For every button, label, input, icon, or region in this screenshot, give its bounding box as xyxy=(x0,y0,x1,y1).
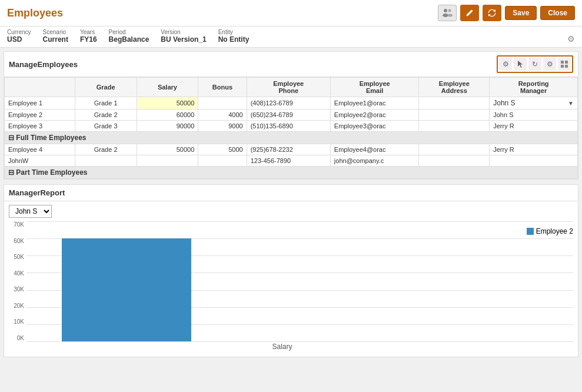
settings-icon[interactable]: ⚙ xyxy=(567,34,575,44)
emp-grade: Grade 2 xyxy=(75,109,137,121)
svg-rect-4 xyxy=(561,61,564,64)
toolbar-grid-button[interactable] xyxy=(558,58,571,71)
chart-container: 70K 60K 50K 40K 30K 20K 10K 0K xyxy=(4,221,578,357)
edit-icon-button[interactable] xyxy=(460,5,479,21)
svg-point-1 xyxy=(443,14,448,17)
users-icon-button[interactable] xyxy=(438,5,457,21)
col-email: EmployeeEmail xyxy=(330,78,419,97)
users-icon xyxy=(442,8,453,18)
emp-address xyxy=(419,155,490,167)
col-name xyxy=(5,78,75,97)
manager-dropdown[interactable]: John S Jerry R xyxy=(9,205,52,218)
emp-grade: Grade 2 xyxy=(75,144,137,155)
x-axis-label: Salary xyxy=(26,343,538,351)
grid-icon xyxy=(561,61,568,68)
app-header: Employees Save Close xyxy=(0,0,582,26)
emp-salary[interactable]: 50000 xyxy=(137,97,198,109)
col-grade: Grade xyxy=(75,78,137,97)
group-label: ⊟ Part Time Employees xyxy=(5,167,578,179)
group-label: ⊟ Full Time Employees xyxy=(5,132,578,144)
legend-color-box xyxy=(527,228,534,235)
emp-manager xyxy=(490,155,578,167)
metadata-bar: Currency USD Scenario Current Years FY16… xyxy=(0,26,582,48)
currency-meta: Currency USD xyxy=(7,29,31,44)
svg-rect-7 xyxy=(565,65,568,68)
emp-phone: (925)678-2232 xyxy=(247,144,330,155)
emp-manager: Jerry R xyxy=(490,121,578,132)
emp-salary[interactable]: 50000 xyxy=(137,144,198,155)
refresh-icon-button[interactable] xyxy=(483,5,501,21)
col-bonus: Bonus xyxy=(198,78,247,97)
emp-email: john@company.c xyxy=(330,155,419,167)
dropdown-arrow-icon: ▼ xyxy=(568,100,574,107)
toolbar-cursor-button[interactable] xyxy=(514,58,527,71)
section-toolbar: ⚙ ↻ ⚙ xyxy=(497,55,573,73)
svg-rect-5 xyxy=(565,61,568,64)
svg-rect-6 xyxy=(561,65,564,68)
col-phone: EmployeePhone xyxy=(247,78,330,97)
emp-salary[interactable]: 60000 xyxy=(137,109,198,121)
group-header-row: ⊟ Part Time Employees xyxy=(5,167,578,179)
table-row: Employee 2 Grade 2 60000 4000 (650)234-6… xyxy=(5,109,578,121)
emp-phone: (408)123-6789 xyxy=(247,97,330,109)
chart-bar-employee2-salary xyxy=(62,238,191,341)
version-meta: Version BU Version_1 xyxy=(161,29,206,44)
emp-bonus[interactable] xyxy=(198,155,247,167)
emp-address xyxy=(419,144,490,155)
col-manager: ReportingManager xyxy=(490,78,578,97)
cursor-icon xyxy=(517,60,524,68)
emp-manager: Jerry R xyxy=(490,144,578,155)
emp-phone: (650)234-6789 xyxy=(247,109,330,121)
emp-address xyxy=(419,121,490,132)
entity-meta: Entity No Entity xyxy=(218,29,250,44)
chart-legend: Employee 2 xyxy=(527,227,573,235)
section-title: ManageEmployees xyxy=(9,60,78,69)
toolbar-settings-button[interactable]: ⚙ xyxy=(499,58,512,71)
table-row: JohnW 123-456-7890 john@company.c xyxy=(5,155,578,167)
scenario-meta: Scenario Current xyxy=(43,29,68,44)
emp-bonus[interactable]: 9000 xyxy=(198,121,247,132)
employees-table: Grade Salary Bonus EmployeePhone Employe… xyxy=(4,77,578,179)
emp-email: Employee4@orac xyxy=(330,144,419,155)
close-button[interactable]: Close xyxy=(540,6,575,20)
emp-name: Employee 4 xyxy=(5,144,75,155)
emp-bonus[interactable] xyxy=(198,97,247,109)
chart-plot-area: Salary Employee 2 xyxy=(26,221,573,352)
manager-report-section: ManagerReport John S Jerry R 70K 60K 50K… xyxy=(4,184,578,357)
edit-icon xyxy=(465,9,474,17)
emp-name: Employee 3 xyxy=(5,121,75,132)
emp-bonus[interactable]: 5000 xyxy=(198,144,247,155)
emp-phone: (510)135-6890 xyxy=(247,121,330,132)
emp-bonus[interactable]: 4000 xyxy=(198,109,247,121)
emp-name: JohnW xyxy=(5,155,75,167)
table-row: Employee 1 Grade 1 50000 (408)123-6789 E… xyxy=(5,97,578,109)
emp-grade xyxy=(75,155,137,167)
emp-grade: Grade 1 xyxy=(75,97,137,109)
emp-email: Employee2@orac xyxy=(330,109,419,121)
manager-controls: John S Jerry R xyxy=(4,201,578,221)
emp-email: Employee3@orac xyxy=(330,121,419,132)
toolbar-gear2-button[interactable]: ⚙ xyxy=(543,58,556,71)
manager-report-title: ManagerReport xyxy=(9,188,65,197)
emp-email: Employee1@orac xyxy=(330,97,419,109)
y-axis: 70K 60K 50K 40K 30K 20K 10K 0K xyxy=(9,221,26,352)
emp-manager[interactable]: John S ▼ xyxy=(490,97,578,109)
refresh-icon xyxy=(488,9,496,17)
emp-salary[interactable]: 90000 xyxy=(137,121,198,132)
emp-name: Employee 1 xyxy=(5,97,75,109)
save-button[interactable]: Save xyxy=(505,6,537,20)
page-title: Employees xyxy=(7,7,63,19)
header-actions: Save Close xyxy=(438,5,575,21)
emp-address xyxy=(419,109,490,121)
emp-salary[interactable] xyxy=(137,155,198,167)
table-header-row: Grade Salary Bonus EmployeePhone Employe… xyxy=(5,78,578,97)
svg-point-0 xyxy=(444,9,447,12)
chart-bars-area xyxy=(26,221,538,341)
manager-report-header: ManagerReport xyxy=(4,185,578,201)
manage-employees-section: ManageEmployees ⚙ ↻ ⚙ xyxy=(4,51,578,180)
years-meta: Years FY16 xyxy=(80,29,97,44)
emp-name: Employee 2 xyxy=(5,109,75,121)
toolbar-refresh-button[interactable]: ↻ xyxy=(528,58,541,71)
emp-address xyxy=(419,97,490,109)
period-meta: Period BegBalance xyxy=(109,29,149,44)
